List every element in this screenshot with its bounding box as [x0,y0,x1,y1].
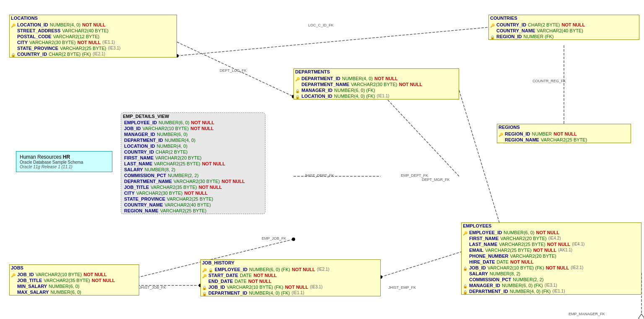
diagram-canvas: LOC_C_ID_FK DEPT_LOC_FK COUNTR_REG_FK JH… [0,0,644,319]
fk-icon [11,52,16,57]
table-row: LAST_NAME VARCHAR2(25 BYTE) NOT NULL [121,161,265,167]
svg-line-14 [381,252,461,277]
table-row: FIRST_NAME VARCHAR2(20 BYTE) (IE4.2) [462,235,641,241]
table-row: COUNTRY_NAME VARCHAR2(40 BYTE) [121,202,265,208]
table-regions[interactable]: REGIONS REGION_ID NUMBER NOT NULL REGION… [497,124,631,143]
table-row: FIRST_NAME VARCHAR2(20 BYTE) [121,155,265,161]
pk-icon [499,131,504,136]
label-jhist-dept-fk: JHIST_DEPT_FK [304,173,334,178]
fk-icon [202,290,207,295]
label-emp-dept-fk: EMP_DEPT_FK [401,173,428,178]
table-row: COUNTRY_NAME VARCHAR2(40 BYTE) [489,28,639,34]
table-row: LOCATION_ID NUMBER(4, 0) [121,143,265,149]
table-row: MAX_SALARY NUMBER(6, 0) [10,289,139,295]
label-jhist-emp-fk: JHIST_EMP_FK [388,285,416,290]
label-dept-loc-fk: DEPT_LOC_FK [220,68,247,73]
table-row: SALARY NUMBER(8, 2) [121,167,265,173]
note-hr: Human Resources HR Oracle Database Sampl… [16,151,112,172]
table-row: JOB_ID VARCHAR2(10 BYTE) NOT NULL [121,126,265,131]
table-employees-title: EMPLOYEES [462,223,641,229]
pk-icon [202,273,207,278]
note-title: Human Resources HR [20,154,109,160]
table-row: LOCATION_ID NUMBER(4, 0) NOT NULL [10,22,177,28]
table-row: COMMISSION_PCT NUMBER(2, 2) [462,277,641,282]
pk-icon [463,230,468,235]
view-emp-details[interactable]: EMP_DETAILS_VIEW EMPLOYEE_ID NUMBER(6, 0… [121,112,265,214]
label-emp-manager-fk: EMP_MANAGER_FK [569,312,605,316]
table-row: MANAGER_ID NUMBER(6, 0) (FK) (IE3.1) [462,282,641,288]
table-row: JOB_ID VARCHAR2(10 BYTE) (FK) NOT NULL (… [462,265,641,271]
table-row: START_DATE DATE NOT NULL [201,272,380,278]
table-row: MANAGER_ID NUMBER(6, 0) [121,131,265,137]
table-row: JOB_ID VARCHAR2(10 BYTE) (FK) NOT NULL (… [201,284,380,290]
fk-icon [463,289,468,294]
fk-icon [208,267,213,272]
fk-icon [463,283,468,288]
table-row: COMMISSION_PCT NUMBER(2, 2) [121,173,265,178]
table-row: REGION_ID NUMBER NOT NULL [497,131,631,137]
table-row: MANAGER_ID NUMBER(6, 0) (FK) [294,87,459,93]
table-row: DEPARTMENT_NAME VARCHAR2(30 BYTE) NOT NU… [294,81,459,87]
view-title: EMP_DETAILS_VIEW [121,113,265,120]
table-row: SALARY NUMBER(8, 2) [462,271,641,277]
table-row: PHONE_NUMBER VARCHAR2(20 BYTE) [462,253,641,259]
table-row: LAST_NAME VARCHAR2(25 BYTE) NOT NULL (IE… [462,241,641,247]
table-row: STREET_ADDRESS VARCHAR2(40 BYTE) [10,28,177,34]
table-row: HIRE_DATE DATE NOT NULL [462,259,641,265]
table-row: CITY VARCHAR2(30 BYTE) NOT NULL (IE1.1) [10,39,177,45]
svg-line-0 [177,27,488,56]
table-row: DEPARTMENT_ID NUMBER(4, 0) NOT NULL [294,76,459,81]
fk-icon [463,265,468,270]
table-row: EMPLOYEE_ID NUMBER(6, 0) NOT NULL [121,120,265,126]
table-countries-title: COUNTRIES [489,15,639,21]
table-row: REGION_NAME VARCHAR2(25 BYTE) [121,208,265,214]
pk-icon [295,76,300,81]
svg-line-7 [381,92,459,176]
table-row: JOB_TITLE VARCHAR2(35 BYTE) NOT NULL [10,277,139,283]
table-jobs[interactable]: JOBS JOB_ID VARCHAR2(10 BYTE) NOT NULL J… [9,264,139,295]
note-italic: Oracle 11g Release 1 (11.1) [20,165,109,169]
table-countries[interactable]: COUNTRIES COUNTRY_ID CHAR(2 BYTE) NOT NU… [488,15,639,40]
svg-marker-17 [639,314,644,319]
table-locations[interactable]: LOCATIONS LOCATION_ID NUMBER(4, 0) NOT N… [9,15,177,58]
svg-point-11 [292,238,295,241]
table-row: DEPARTMENT_NAME VARCHAR2(30 BYTE) NOT NU… [121,178,265,184]
label-emp-job-fk: EMP_JOB_FK [262,236,286,241]
label-dept-mgr-fk: DEPT_MGR_FK [422,178,450,182]
svg-line-8 [459,90,502,231]
table-jobs-title: JOBS [10,265,139,271]
table-row: EMPLOYEE_ID NUMBER(6, 0) NOT NULL [462,230,641,235]
table-row: EMAIL VARCHAR2(25 BYTE) NOT NULL (AK1.1) [462,247,641,253]
table-employees[interactable]: EMPLOYEES EMPLOYEE_ID NUMBER(6, 0) NOT N… [461,222,641,295]
fk-icon [295,88,300,93]
table-row: COUNTRY_ID CHAR(2 BYTE) NOT NULL [489,22,639,28]
table-row: DEPARTMENT_ID NUMBER(4, 0) [121,137,265,143]
table-row: END_DATE DATE NOT NULL [201,278,380,284]
label-loc-c-id-fk: LOC_C_ID_FK [308,23,334,27]
table-row: DEPARTMENT_ID NUMBER(4, 0) (FK) (IE1.1) [201,290,380,296]
pk-icon [490,22,495,27]
table-row: COUNTRY_ID CHAR(2 BYTE) (FK) (IE2.1) [10,51,177,57]
table-row: JOB_TITLE VARCHAR2(35 BYTE) NOT NULL [121,184,265,190]
table-row: DEPARTMENT_ID NUMBER(4, 0) (FK) (IE1.1) [462,288,641,294]
note-subtitle: Oracle Database Sample Schema [20,160,109,165]
table-regions-title: REGIONS [497,124,631,130]
fk-icon [490,34,495,39]
table-row: JOB_ID VARCHAR2(10 BYTE) NOT NULL [10,272,139,277]
pk-icon [11,22,16,27]
pk-icon [11,272,16,277]
table-departments-title: DEPARTMENTS [294,69,459,75]
table-row: MIN_SALARY NUMBER(6, 0) [10,283,139,289]
table-row: LOCATION_ID NUMBER(4, 0) (FK) (IE1.1) [294,93,459,99]
table-job-history[interactable]: JOB_HISTORY EMPLOYEE_ID NUMBER(6, 0) (FK… [200,259,381,296]
table-row: STATE_PROVINCE VARCHAR2(25 BYTE) (IE3.1) [10,45,177,51]
table-row: EMPLOYEE_ID NUMBER(6, 0) (FK) NOT NULL (… [201,267,380,272]
table-row: CITY VARCHAR2(30 BYTE) NOT NULL [121,190,265,196]
table-departments[interactable]: DEPARTMENTS DEPARTMENT_ID NUMBER(4, 0) N… [293,68,459,99]
table-row: REGION_ID NUMBER (FK) [489,34,639,39]
table-row: STATE_PROVINCE VARCHAR2(25 BYTE) [121,196,265,202]
fk-icon [202,285,207,290]
table-row: REGION_NAME VARCHAR2(25 BYTE) [497,137,631,143]
table-job-history-title: JOB_HISTORY [201,260,380,266]
label-countr-reg-fk: COUNTR_REG_FK [532,79,566,83]
